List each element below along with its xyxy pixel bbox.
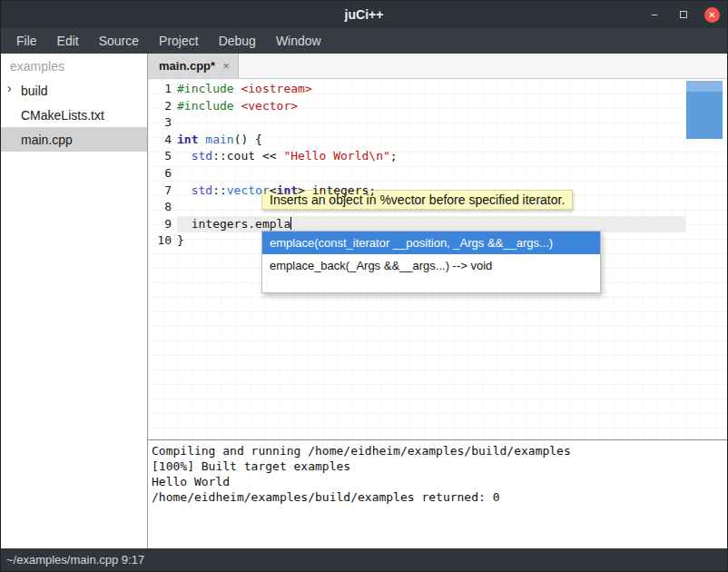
code-line[interactable]: 6 (148, 165, 727, 182)
code-token (177, 183, 192, 197)
tabbar: main.cpp* × (148, 54, 727, 79)
code-token: } (177, 233, 184, 247)
code-token: integers.empla (177, 217, 290, 231)
line-number: 1 (148, 81, 172, 98)
line-number: 6 (148, 165, 172, 182)
menu-item-project[interactable]: Project (149, 30, 209, 52)
code-token: > integers; (298, 183, 376, 197)
scrollbar-overview[interactable] (686, 81, 723, 139)
statusbar-location: ~/examples/main.cpp 9:17 (6, 553, 144, 567)
titlebar[interactable]: juCi++ − ✕ (1, 1, 727, 28)
code-token: <vector> (241, 99, 298, 113)
autocomplete-popup: emplace(const_iterator __position, _Args… (261, 231, 601, 293)
code-token: vector (227, 183, 270, 197)
project-name: examples (1, 54, 147, 78)
code-text: std::vector<int> integers; (177, 182, 376, 200)
tree-item-label: main.cpp (21, 133, 73, 147)
line-number: 5 (148, 148, 172, 165)
main-panel: main.cpp* × 1#include <iostream>2#includ… (148, 54, 727, 548)
code-line[interactable]: 5 std::cout << "Hello World\n"; (148, 148, 727, 165)
tree-item-label: build (21, 84, 48, 98)
code-token: ; (390, 149, 398, 163)
autocomplete-item[interactable]: emplace_back(_Args &&__args...) --> void (262, 254, 600, 277)
tree-item-main-cpp[interactable]: main.cpp (1, 127, 147, 152)
console-output: Compiling and running /home/eidheim/exam… (148, 439, 727, 548)
code-token: () { (234, 133, 262, 146)
tree-item-build[interactable]: ›build (1, 78, 147, 103)
menu-item-source[interactable]: Source (89, 30, 149, 52)
console-line: Compiling and running /home/eidheim/exam… (152, 443, 723, 459)
code-token: int (177, 133, 198, 146)
code-token: main (205, 133, 233, 146)
statusbar: ~/examples/main.cpp 9:17 (1, 548, 727, 571)
code-text: } (177, 232, 184, 250)
menu-item-edit[interactable]: Edit (47, 30, 89, 52)
line-number: 8 (148, 199, 172, 216)
tab-close-icon[interactable]: × (222, 59, 230, 73)
tree-item-cmakelists-txt[interactable]: CMakeLists.txt (1, 103, 147, 127)
maximize-icon (680, 11, 687, 18)
chevron-right-icon: › (7, 81, 12, 95)
code-token: int (277, 183, 298, 197)
code-text: std::cout << "Hello World\n"; (177, 148, 398, 165)
code-area: 1#include <iostream>2#include <vector>34… (148, 81, 727, 250)
tab-label: main.cpp* (159, 59, 215, 73)
code-token: < (270, 183, 277, 197)
line-number: 9 (148, 216, 172, 233)
line-number: 7 (148, 182, 172, 200)
code-text: int main() { (177, 132, 262, 149)
console-line: /home/eidheim/examples/build/examples re… (152, 489, 723, 505)
console-line: Hello World (152, 474, 723, 489)
file-tree-sidebar: examples ›buildCMakeLists.txtmain.cpp (1, 54, 148, 548)
line-number: 3 (148, 114, 172, 132)
maximize-button[interactable] (675, 6, 692, 23)
code-token: ::cout << (212, 149, 283, 163)
code-token: :: (212, 183, 227, 197)
text-cursor (290, 217, 291, 230)
close-button[interactable]: ✕ (704, 7, 720, 23)
code-token (177, 149, 192, 163)
content: examples ›buildCMakeLists.txtmain.cpp ma… (1, 54, 727, 548)
file-tree: ›buildCMakeLists.txtmain.cpp (1, 78, 147, 152)
menu-item-file[interactable]: File (6, 30, 47, 52)
menubar: FileEditSourceProjectDebugWindow (1, 28, 727, 54)
line-number: 10 (148, 232, 172, 250)
code-line[interactable]: 1#include <iostream> (148, 81, 727, 98)
code-line[interactable]: 3 (148, 114, 727, 132)
code-token: <iostream> (241, 82, 311, 95)
line-number: 4 (148, 132, 172, 149)
app-window: juCi++ − ✕ FileEditSourceProjectDebugWin… (0, 0, 728, 572)
code-text: integers.empla (177, 216, 291, 233)
menu-item-window[interactable]: Window (266, 30, 331, 52)
code-token: "Hello World\n" (283, 149, 389, 163)
code-line[interactable]: 2#include <vector> (148, 98, 727, 115)
code-editor[interactable]: 1#include <iostream>2#include <vector>34… (148, 79, 727, 439)
code-token: #include (177, 82, 241, 95)
tree-item-label: CMakeLists.txt (21, 108, 104, 123)
minimize-button[interactable]: − (646, 6, 663, 23)
code-text: #include <vector> (177, 98, 298, 115)
line-number: 2 (148, 98, 172, 115)
code-token: std (192, 183, 212, 197)
menu-item-debug[interactable]: Debug (209, 30, 266, 52)
code-token: #include (177, 99, 241, 113)
window-title: juCi++ (1, 7, 727, 22)
console-line: [100%] Built target examples (152, 459, 723, 474)
window-controls: − ✕ (646, 1, 720, 28)
code-line[interactable]: 4int main() { (148, 132, 727, 149)
autocomplete-item[interactable]: emplace(const_iterator __position, _Args… (262, 232, 600, 254)
tab-main-cpp[interactable]: main.cpp* × (148, 54, 239, 78)
code-token: std (192, 149, 212, 163)
code-text: #include <iostream> (177, 81, 312, 98)
